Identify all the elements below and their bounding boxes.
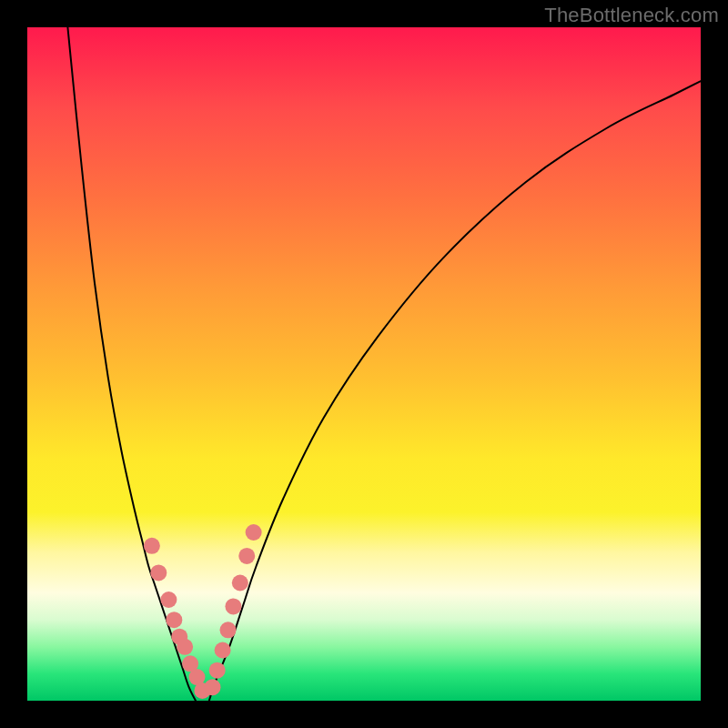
plot-area (27, 27, 701, 701)
marker-point (238, 548, 255, 564)
chart-svg (27, 27, 701, 701)
marker-point (205, 679, 221, 695)
marker-point (220, 622, 237, 638)
marker-layer (144, 524, 262, 699)
marker-point (160, 592, 177, 608)
marker-point (225, 598, 241, 614)
curve-right-arm (209, 81, 701, 701)
marker-point (150, 564, 167, 581)
chart-frame: TheBottleneck.com (0, 0, 728, 728)
marker-point (246, 524, 262, 541)
marker-point (209, 662, 226, 679)
marker-point (232, 575, 248, 592)
marker-point (144, 538, 160, 554)
marker-point (215, 642, 231, 659)
marker-point (177, 639, 193, 655)
marker-point (166, 612, 182, 628)
watermark-text: TheBottleneck.com (544, 4, 719, 27)
